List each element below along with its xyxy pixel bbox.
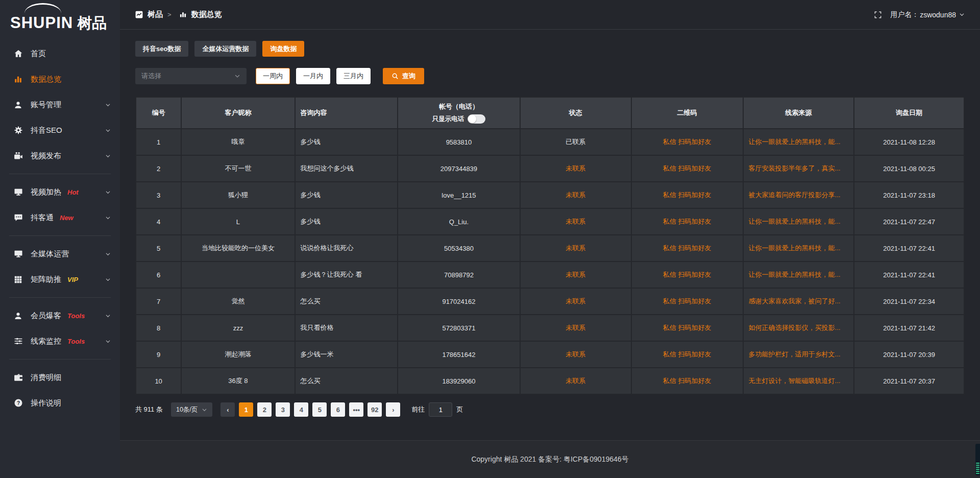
sidebar-item-account-management[interactable]: 账号管理 — [0, 92, 120, 117]
content: 抖音seo数据全媒体运营数据询盘数据 请选择 一周内一月内三月内 查询 — [120, 30, 980, 417]
range-button-2[interactable]: 三月内 — [336, 68, 371, 84]
cell-source-link[interactable]: 多功能护栏灯，适用于乡村文... — [743, 341, 854, 368]
tab-douyin-seo-data[interactable]: 抖音seo数据 — [135, 41, 188, 57]
cell-account: 178651642 — [398, 341, 520, 368]
page-button-4[interactable]: 4 — [294, 402, 308, 417]
cell-source-link[interactable]: 如何正确选择投影仪，买投影... — [743, 315, 854, 341]
tab-inquiry-data[interactable]: 询盘数据 — [262, 41, 304, 57]
wallet-icon — [13, 373, 23, 383]
sidebar-item-lead-monitor[interactable]: 线索监控 Tools — [0, 328, 120, 354]
page-size-select[interactable]: 10条/页 — [171, 402, 212, 417]
sidebar-item-home[interactable]: 首页 — [0, 41, 120, 66]
cell-source-link[interactable]: 无主灯设计，智能磁吸轨道灯... — [743, 368, 854, 394]
pagination-total: 共 911 条 — [135, 405, 163, 414]
goto-page-input[interactable] — [429, 402, 452, 417]
cell-qrcode-link[interactable]: 私信 扫码加好友 — [631, 368, 743, 394]
cell-qrcode-link[interactable]: 私信 扫码加好友 — [631, 182, 743, 208]
sidebar-item-video-publish[interactable]: 视频发布 — [0, 143, 120, 169]
sidebar-item-omnimedia-operation[interactable]: 全媒体运营 — [0, 241, 120, 267]
chevron-down-icon[interactable] — [105, 339, 111, 344]
sidebar-item-label: 首页 — [31, 49, 46, 59]
sidebar-item-operation-guide[interactable]: ? 操作说明 — [0, 390, 120, 416]
cell-nickname: 36度 8 — [181, 368, 295, 394]
cell-qrcode-link[interactable]: 私信 扫码加好友 — [631, 288, 743, 315]
cell-source-link[interactable]: 感谢大家喜欢我家，被问了好... — [743, 288, 854, 315]
sidebar-item-label: 抖客通 — [31, 213, 54, 223]
search-button[interactable]: 查询 — [383, 68, 424, 84]
page-button-6[interactable]: 6 — [331, 402, 345, 417]
cell-qrcode-link[interactable]: 私信 扫码加好友 — [631, 235, 743, 261]
cell-status: 未联系 — [520, 368, 631, 394]
sidebar-item-matrix-boost[interactable]: 矩阵助推 VIP — [0, 267, 120, 292]
cell-account: Q_Liu. — [398, 208, 520, 235]
range-buttons: 一周内一月内三月内 — [256, 68, 371, 84]
cell-source-link[interactable]: 让你一眼就爱上的黑科技，能... — [743, 235, 854, 261]
chevron-down-icon[interactable] — [105, 128, 111, 133]
page-button-1[interactable]: 1 — [239, 402, 253, 417]
page-button-2[interactable]: 2 — [257, 402, 272, 417]
sidebar-item-douketong[interactable]: 抖客通 New — [0, 205, 120, 230]
username-label: 用户名： — [890, 10, 919, 19]
cell-status: 未联系 — [520, 261, 631, 288]
floating-widget[interactable] — [975, 444, 980, 475]
cell-source-link[interactable]: 客厅安装投影半年多了，真实... — [743, 155, 854, 182]
chevron-down-icon[interactable] — [105, 102, 111, 108]
col-header-qrcode: 二维码 — [631, 97, 743, 129]
breadcrumb-root[interactable]: 树品 — [148, 10, 163, 19]
username-value: zswodun88 — [920, 11, 956, 19]
cell-account: 70898792 — [398, 261, 520, 288]
chevron-down-icon[interactable] — [105, 189, 111, 195]
account-select[interactable]: 请选择 — [135, 68, 247, 84]
fullscreen-icon[interactable] — [874, 11, 882, 19]
cell-date: 2021-11-07 23:18 — [854, 182, 964, 208]
cell-status: 未联系 — [520, 341, 631, 368]
sidebar-divider — [9, 359, 111, 360]
tab-omnimedia-operation-data[interactable]: 全媒体运营数据 — [194, 41, 256, 57]
cell-source-link[interactable]: 让你一眼就爱上的黑科技，能... — [743, 208, 854, 235]
sidebar-item-douyin-seo[interactable]: 抖音SEO — [0, 117, 120, 143]
sidebar-item-video-heat[interactable]: 视频加热 Hot — [0, 179, 120, 205]
page-button-92[interactable]: 92 — [368, 402, 382, 417]
cell-qrcode-link[interactable]: 私信 扫码加好友 — [631, 129, 743, 155]
next-page-button[interactable]: › — [386, 402, 400, 417]
cell-date: 2021-11-08 12:28 — [854, 129, 964, 155]
cell-qrcode-link[interactable]: 私信 扫码加好友 — [631, 341, 743, 368]
page-button-3[interactable]: 3 — [276, 402, 290, 417]
table-row: 6 多少钱？让我死心 看 70898792 未联系 私信 扫码加好友 让你一眼就… — [136, 261, 964, 288]
search-icon — [391, 73, 399, 80]
cell-qrcode-link[interactable]: 私信 扫码加好友 — [631, 208, 743, 235]
chevron-down-icon — [202, 407, 207, 413]
cell-qrcode-link[interactable]: 私信 扫码加好友 — [631, 155, 743, 182]
cell-account: 2097344839 — [398, 155, 520, 182]
cell-nickname: 觉然 — [181, 288, 295, 315]
sidebar-item-consumption-detail[interactable]: 消费明细 — [0, 365, 120, 390]
user-icon — [13, 100, 23, 110]
cell-qrcode-link[interactable]: 私信 扫码加好友 — [631, 261, 743, 288]
sidebar-item-label: 数据总览 — [31, 75, 61, 84]
table-body: 1 哦章 多少钱 9583810 已联系 私信 扫码加好友 让你一眼就爱上的黑科… — [136, 129, 964, 394]
cell-nickname: 狐小狸 — [181, 182, 295, 208]
range-button-1[interactable]: 一月内 — [296, 68, 330, 84]
page-ellipsis-button[interactable]: ••• — [349, 402, 363, 417]
logo: SHUPIN 树品 — [0, 0, 120, 36]
prev-page-button[interactable]: ‹ — [220, 402, 235, 417]
cell-source-link[interactable]: 被大家追着问的客厅投影分享... — [743, 182, 854, 208]
username[interactable]: 用户名： zswodun88 — [890, 10, 965, 19]
cell-qrcode-link[interactable]: 私信 扫码加好友 — [631, 315, 743, 341]
chevron-down-icon[interactable] — [105, 153, 111, 159]
cell-inquiry: 多少钱 — [295, 182, 398, 208]
sidebar-item-member-burst[interactable]: 会员爆客 Tools — [0, 303, 120, 328]
cell-source-link[interactable]: 让你一眼就爱上的黑科技，能... — [743, 261, 854, 288]
chevron-down-icon[interactable] — [105, 277, 111, 282]
page-button-5[interactable]: 5 — [312, 402, 327, 417]
sidebar-item-label: 矩阵助推 — [31, 275, 61, 284]
breadcrumb-root-icon — [135, 11, 143, 18]
phone-only-toggle[interactable] — [468, 114, 485, 124]
chevron-down-icon[interactable] — [105, 313, 111, 319]
range-button-0[interactable]: 一周内 — [256, 68, 290, 84]
chevron-down-icon[interactable] — [105, 251, 111, 257]
chevron-down-icon[interactable] — [105, 215, 111, 221]
sidebar-item-data-overview[interactable]: 数据总览 — [0, 66, 120, 92]
sidebar-item-label: 消费明细 — [31, 373, 61, 383]
cell-source-link[interactable]: 让你一眼就爱上的黑科技，能... — [743, 129, 854, 155]
